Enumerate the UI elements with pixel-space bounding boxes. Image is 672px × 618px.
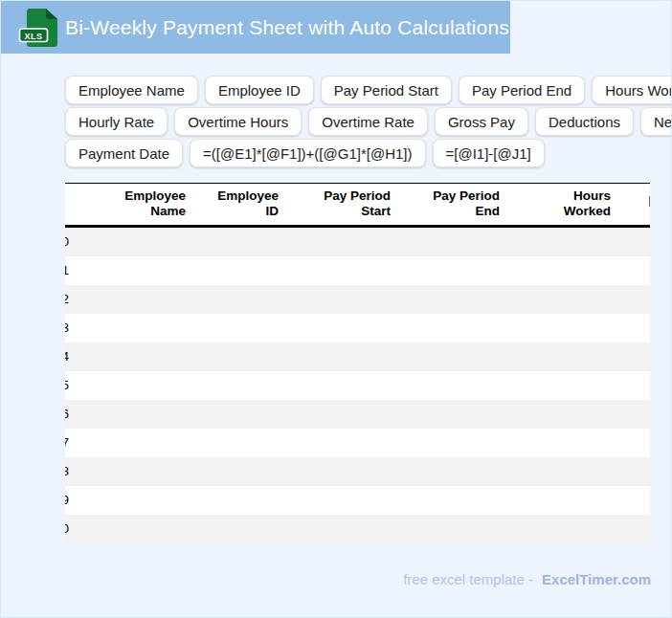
chip-pay-period-end[interactable]: Pay Period End (459, 76, 585, 104)
chip-gross-pay-formula[interactable]: =([@E1]*[@F1])+([@G1]*[@H1]) (190, 139, 425, 167)
chip-row-1: Employee Name Employee ID Pay Period Sta… (65, 76, 663, 104)
footer-text: free excel template - (403, 571, 533, 587)
table-row: 3 (65, 314, 650, 342)
chip-hours-worked[interactable]: Hours Worked (592, 76, 672, 104)
column-chips: Employee Name Employee ID Pay Period Sta… (65, 76, 663, 170)
chip-row-3: Payment Date =([@E1]*[@F1])+([@G1]*[@H1]… (65, 139, 663, 167)
table-row: 1 (65, 256, 650, 285)
table-row: 8 (65, 457, 650, 486)
row-number: 1 (65, 256, 69, 285)
row-number: 7 (65, 429, 69, 457)
chip-net-pay-formula[interactable]: =[@I1]-[@J1] (433, 139, 545, 167)
chip-employee-name[interactable]: Employee Name (65, 76, 198, 104)
table-row: 0 (65, 228, 650, 256)
header-bar: XLS Bi-Weekly Payment Sheet with Auto Ca… (1, 1, 510, 54)
column-header: Employee Name (65, 188, 186, 219)
column-header: Pay Period Start (279, 188, 391, 219)
table-body: 012345678910 (65, 228, 650, 543)
chip-pay-period-start[interactable]: Pay Period Start (321, 76, 452, 104)
page: XLS Bi-Weekly Payment Sheet with Auto Ca… (0, 0, 672, 618)
table-row: 7 (65, 429, 650, 457)
chip-hourly-rate[interactable]: Hourly Rate (65, 107, 168, 136)
column-header: Employee ID (186, 188, 279, 219)
row-number: 2 (65, 285, 69, 314)
footer-brand-link[interactable]: ExcelTimer.com (542, 571, 651, 587)
file-icon-badge-label: XLS (24, 31, 42, 40)
payroll-table: Employee NameEmployee IDPay Period Start… (65, 183, 650, 543)
row-number: 0 (65, 228, 69, 256)
row-number: 3 (65, 314, 69, 342)
chip-net-pay[interactable]: Net Pay (640, 107, 672, 136)
row-number: 5 (65, 371, 69, 400)
chip-payment-date[interactable]: Payment Date (65, 139, 183, 167)
file-icon-fold (46, 9, 57, 19)
clipped-header-fragment (649, 196, 650, 207)
table-row: 9 (65, 486, 650, 515)
chip-overtime-hours[interactable]: Overtime Hours (174, 107, 302, 136)
table-row: 5 (65, 371, 650, 400)
column-header: Hours Worked (500, 188, 611, 219)
table-row: 6 (65, 400, 650, 429)
chip-overtime-rate[interactable]: Overtime Rate (308, 107, 428, 136)
page-title: Bi-Weekly Payment Sheet with Auto Calcul… (65, 16, 509, 39)
table-header-row: Employee NameEmployee IDPay Period Start… (65, 184, 650, 228)
row-number: 9 (65, 486, 69, 515)
chip-employee-id[interactable]: Employee ID (205, 76, 314, 104)
xls-file-icon: XLS (19, 9, 61, 47)
row-number: 8 (65, 457, 69, 486)
table-row: 2 (65, 285, 650, 314)
table-row: 4 (65, 342, 650, 371)
row-number: 4 (65, 342, 69, 371)
row-number: 10 (65, 515, 69, 543)
chip-deductions[interactable]: Deductions (535, 107, 634, 136)
row-number: 6 (65, 400, 69, 429)
chip-gross-pay[interactable]: Gross Pay (435, 107, 528, 136)
table-row: 10 (65, 515, 650, 543)
column-header: Pay Period End (391, 188, 500, 219)
footer: free excel template - ExcelTimer.com (403, 571, 651, 587)
chip-row-2: Hourly Rate Overtime Hours Overtime Rate… (65, 107, 663, 136)
